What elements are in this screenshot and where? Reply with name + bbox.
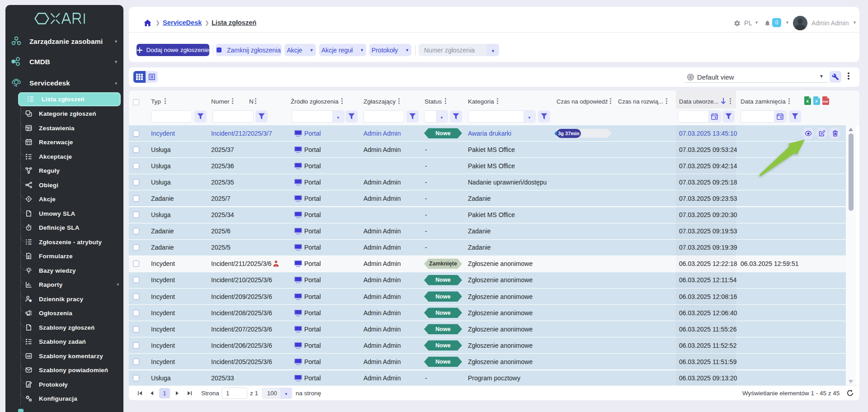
svg-text:X: X bbox=[815, 99, 818, 104]
svg-text:PDF: PDF bbox=[823, 100, 829, 103]
svg-text:X: X bbox=[806, 99, 809, 104]
